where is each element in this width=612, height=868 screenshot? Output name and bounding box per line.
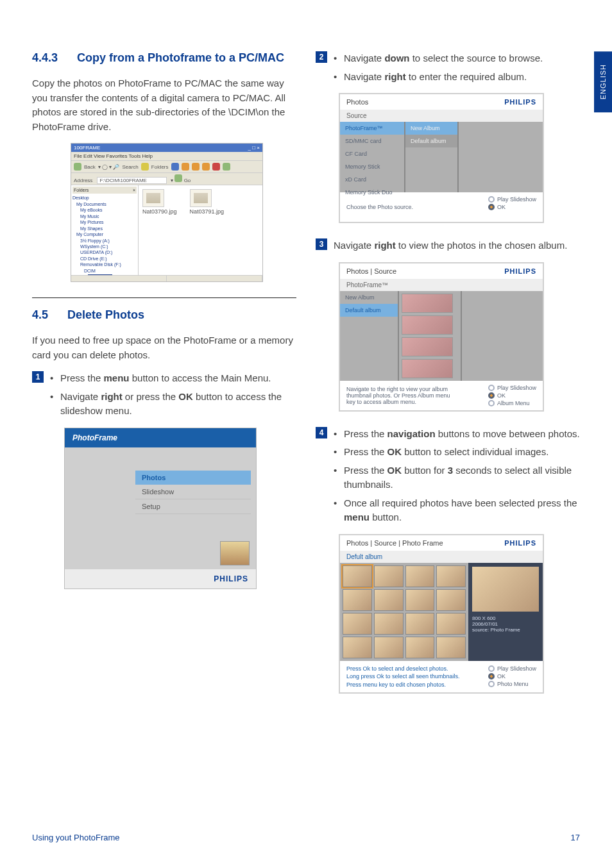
source-item: SD/MMC card (340, 135, 404, 147)
right-column: 2 Navigate down to select the source to … (316, 51, 580, 709)
ok-ring-icon (488, 392, 495, 399)
file-thumb: Nat03791.jpg (190, 189, 225, 271)
step-1-bullet: Navigate right or press the OK button to… (50, 390, 296, 419)
photo-thumb (343, 637, 372, 658)
step-1-bullet: Press the menu button to access the Main… (50, 371, 296, 386)
photo-thumb (436, 613, 466, 635)
explorer-address: Address F:\DCIM\100FRAME ▾ Go (71, 173, 262, 185)
left-column: 4.4.3 Copy from a Photoframe to a PC/MAC… (32, 51, 296, 709)
album-view-screenshot: Photos | SourcePHILIPS PhotoFrame™ New A… (339, 262, 544, 412)
step-4-bullet: Once all required photos have been selec… (334, 496, 580, 525)
step-4-bullet: Press the OK button to select individual… (334, 445, 580, 460)
step-2-bullet: Navigate down to select the source to br… (334, 51, 580, 66)
step-2-badge: 2 (316, 51, 327, 63)
photoframe-menu-screenshot: PhotoFrame Photos Slideshow Setup PHILIP… (64, 428, 257, 589)
ring-icon (488, 400, 495, 406)
footer-left: Using yout PhotoFrame (32, 833, 120, 842)
step-4-bullet: Press the navigation buttons to move bet… (334, 427, 580, 442)
ring-icon (488, 385, 495, 391)
album-thumb (402, 315, 453, 335)
section-45-heading: 4.5 Delete Photos (32, 308, 296, 322)
explorer-titlebar: 100FRAME_ □ × (71, 144, 262, 152)
album-item: New Album (340, 291, 398, 304)
source-item: CF Card (340, 147, 404, 160)
philips-logo: PHILIPS (504, 98, 536, 106)
album-item-selected: Default album (340, 304, 398, 317)
page-columns: 4.4.3 Copy from a Photoframe to a PC/MAC… (32, 51, 580, 709)
album-item: New Album (405, 122, 457, 135)
step-3-text: Navigate right to view the photos in the… (334, 238, 580, 253)
photo-thumb (405, 613, 435, 635)
section-443-heading: 4.4.3 Copy from a Photoframe to a PC/MAC (32, 51, 296, 65)
step-4-badge: 4 (316, 427, 327, 438)
tool-icon (182, 163, 189, 171)
source-item: Memory Stick (340, 160, 404, 173)
photo-thumb (374, 637, 404, 658)
album-thumb (402, 337, 453, 356)
tool-icon (202, 163, 210, 171)
language-tab: ENGLISH (594, 51, 612, 112)
photo-thumb (343, 589, 372, 611)
photo-grid-screenshot: Photos | Source | Photo FramePHILIPS Def… (339, 534, 544, 694)
step-2-bullet: Navigate right to enter the required alb… (334, 70, 580, 85)
explorer-menubar: File Edit View Favorites Tools Help (71, 152, 262, 160)
ok-ring-icon (488, 204, 495, 210)
menu-item-setup: Setup (135, 499, 251, 514)
photo-thumb (374, 613, 404, 635)
ring-icon (488, 665, 495, 672)
photo-thumb (405, 589, 435, 611)
philips-logo: PHILIPS (65, 569, 256, 588)
photo-thumb (405, 565, 435, 587)
file-thumb: Nat03790.jpg (142, 189, 177, 271)
photo-thumb (436, 565, 466, 587)
page-number: 17 (571, 833, 580, 842)
views-icon (171, 163, 179, 171)
explorer-tree: Folders× Desktop My Documents My eBooks … (71, 185, 139, 275)
album-thumb (402, 294, 453, 313)
photo-thumb (374, 565, 404, 587)
section-45-intro: If you need to free up space on the Phot… (32, 333, 296, 362)
ok-ring-icon (488, 673, 495, 680)
step-1-badge: 1 (32, 371, 44, 383)
explorer-toolbar: Back ▾ ◯ ▾ 🔎 Search Folders (71, 160, 262, 173)
menu-item-slideshow: Slideshow (135, 485, 251, 499)
page-footer: Using yout PhotoFrame 17 (32, 833, 580, 842)
step-3-badge: 3 (316, 238, 327, 250)
source-item: xD Card (340, 173, 404, 186)
step-4-bullet: Press the OK button for 3 seconds to sel… (334, 463, 580, 492)
album-item: Default album (405, 135, 457, 147)
folders-icon (141, 163, 149, 171)
preview-photo-icon (220, 541, 250, 565)
explorer-content: Nat03790.jpg Nat03791.jpg (139, 185, 262, 275)
photo-thumb (436, 637, 466, 658)
menu-item-photos: Photos (135, 471, 251, 485)
photo-thumb (343, 613, 372, 635)
ring-icon (488, 681, 495, 687)
go-icon (174, 174, 182, 182)
photo-thumb (405, 637, 435, 658)
philips-logo: PHILIPS (504, 267, 536, 275)
section-443-intro: Copy the photos on PhotoFrame to PC/MAC … (32, 76, 296, 134)
source-item: Memory Stick Duo (340, 186, 404, 199)
photo-thumb-selected (343, 565, 372, 587)
delete-icon (212, 163, 220, 171)
ring-icon (488, 196, 495, 203)
album-thumb (402, 359, 453, 378)
pf-title: PhotoFrame (65, 428, 256, 447)
photo-thumb (436, 589, 466, 611)
explorer-screenshot: 100FRAME_ □ × File Edit View Favorites T… (71, 143, 263, 282)
source-select-screenshot: PhotosPHILIPS Source PhotoFrame™ SD/MMC … (339, 93, 544, 223)
tool-icon (192, 163, 200, 171)
photo-preview (472, 567, 539, 612)
tool-icon (223, 163, 230, 171)
back-icon (74, 163, 81, 171)
photo-thumb (374, 589, 404, 611)
source-item: PhotoFrame™ (340, 122, 404, 135)
philips-logo: PHILIPS (504, 539, 536, 547)
